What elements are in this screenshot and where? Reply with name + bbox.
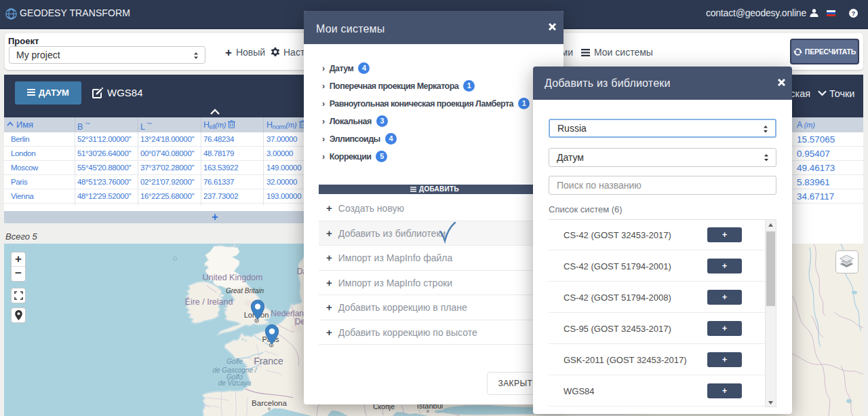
svg-text:de Vizcaya: de Vizcaya [218, 379, 252, 387]
svg-text:?: ? [852, 10, 856, 17]
svg-text:Barcelona: Barcelona [252, 399, 287, 407]
svg-text:France: France [254, 356, 283, 366]
svg-text:Great Britain: Great Britain [226, 287, 264, 295]
svg-text:United Kingdom: United Kingdom [203, 273, 263, 282]
svg-text:Éire / Ireland: Éire / Ireland [185, 297, 233, 307]
svg-text:Golfe: Golfe [226, 358, 243, 365]
